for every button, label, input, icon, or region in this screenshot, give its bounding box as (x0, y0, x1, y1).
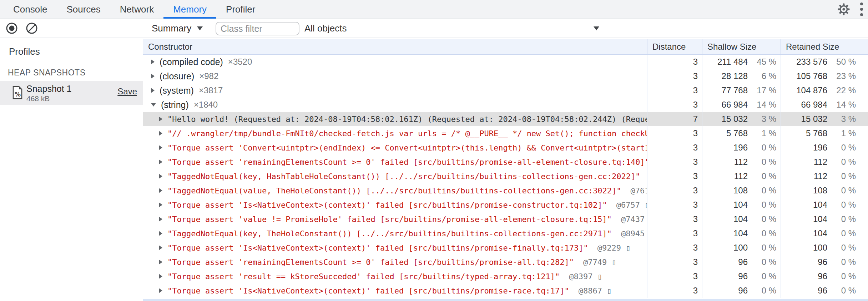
svg-text:%: % (15, 91, 21, 98)
object-id: @9229 ▯ (597, 243, 631, 252)
shallow-size-cell: 960 % (702, 269, 781, 283)
retained-size-cell: 960 % (781, 283, 868, 298)
expand-arrow-icon[interactable] (159, 231, 162, 236)
constructor-label: "TaggedNotEqual(value, TheHoleConstant()… (167, 186, 621, 195)
expand-arrow-icon[interactable] (159, 245, 162, 250)
tab-sources[interactable]: Sources (57, 0, 110, 19)
distance-cell: 3 (647, 212, 702, 226)
constructor-label: "Torque assert 'remainingElementsCount >… (167, 158, 647, 167)
constructor-cell: "Torque assert 'Is<NativeContext>(contex… (143, 198, 647, 212)
expand-arrow-icon[interactable] (159, 174, 162, 179)
table-row[interactable]: "Torque assert 'result == kStoreSucceded… (143, 269, 868, 283)
object-id: @8867 ▯ (579, 286, 612, 295)
column-header-shallow-size[interactable]: Shallow Size (702, 39, 781, 54)
shallow-size-percent: 0 % (748, 257, 776, 267)
shallow-size-value: 108 (702, 186, 748, 196)
tab-console[interactable]: Console (4, 0, 57, 19)
retained-size-value: 233 576 (781, 57, 827, 67)
tab-network[interactable]: Network (110, 0, 163, 19)
table-row[interactable]: (closure)×982328 1286 %105 76823 % (143, 69, 868, 83)
collapse-arrow-icon[interactable] (151, 103, 156, 107)
retained-size-cell: 1120 % (781, 155, 868, 169)
shallow-size-cell: 77 76817 % (702, 83, 781, 98)
table-row[interactable]: (system)×3817377 76817 %104 87622 % (143, 83, 868, 98)
constructor-cell: "Torque assert 'remainingElementsCount >… (143, 155, 647, 169)
retained-size-value: 96 (781, 257, 827, 267)
column-header-distance[interactable]: Distance (647, 39, 702, 54)
expand-arrow-icon[interactable] (159, 260, 162, 265)
distance-cell: 3 (647, 69, 702, 83)
expand-arrow-icon[interactable] (159, 131, 162, 136)
constructor-label: (system) (160, 85, 194, 96)
retained-size-value: 100 (781, 243, 827, 253)
retained-size-percent: 0 % (827, 171, 856, 181)
shallow-size-cell: 1120 % (702, 155, 781, 169)
table-row[interactable]: "TaggedNotEqual(key, TheHoleConstant()) … (143, 226, 868, 241)
table-row[interactable]: (compiled code)×35203211 48445 %233 5765… (143, 55, 868, 69)
expand-arrow-icon[interactable] (151, 88, 155, 93)
table-row[interactable]: "Hello world! (Requested at: 2024-08-19T… (143, 112, 868, 126)
distance-cell: 3 (647, 269, 702, 283)
distance-cell: 3 (647, 226, 702, 241)
column-header-retained-size[interactable]: Retained Size (781, 39, 868, 54)
shallow-size-percent: 0 % (748, 186, 776, 196)
shallow-size-percent: 1 % (748, 128, 776, 138)
expand-arrow-icon[interactable] (159, 274, 162, 279)
shallow-size-cell: 1040 % (702, 212, 781, 226)
constructor-cell: "TaggedNotEqual(value, TheHoleConstant()… (143, 183, 647, 198)
expand-arrow-icon[interactable] (159, 202, 162, 207)
expand-arrow-icon[interactable] (151, 59, 155, 64)
grid-header: Constructor Distance Shallow Size Retain… (143, 39, 868, 55)
base-select[interactable]: All objects (304, 19, 604, 38)
constructor-label: "Torque assert 'value != PromiseHole' fa… (167, 215, 612, 224)
retained-size-value: 112 (781, 171, 827, 181)
retained-size-cell: 1040 % (781, 226, 868, 241)
tab-profiler[interactable]: Profiler (216, 0, 265, 19)
heap-snapshots-section-title: HEAP SNAPSHOTS (8, 68, 85, 78)
table-row[interactable]: "Torque assert 'remainingElementsCount >… (143, 155, 868, 169)
toolbar-divider (827, 4, 827, 15)
expand-arrow-icon[interactable] (159, 288, 162, 293)
clear-icon[interactable] (26, 22, 38, 34)
shallow-size-percent: 45 % (748, 57, 776, 67)
table-row[interactable]: (string)×1840366 98414 %66 98414 % (143, 98, 868, 112)
gear-icon[interactable] (837, 3, 850, 16)
record-icon[interactable] (6, 22, 18, 34)
expand-arrow-icon[interactable] (159, 145, 162, 150)
shallow-size-percent: 0 % (748, 171, 776, 181)
expand-arrow-icon[interactable] (151, 74, 155, 79)
shallow-size-value: 28 128 (702, 71, 748, 81)
constructor-cell: (string)×1840 (143, 98, 647, 112)
retained-size-cell: 66 98414 % (781, 98, 868, 112)
expand-arrow-icon[interactable] (159, 217, 162, 222)
perspective-select[interactable]: Summary (152, 19, 203, 38)
constructor-cell: "Torque assert 'Is<NativeContext>(contex… (143, 283, 647, 298)
constructor-cell: "// .wrangler/tmp/bundle-FmNIt0/checked-… (143, 126, 647, 140)
shallow-size-cell: 1960 % (702, 140, 781, 155)
column-header-constructor[interactable]: Constructor (143, 39, 647, 54)
profiles-toolbar (0, 19, 143, 38)
expand-arrow-icon[interactable] (159, 159, 162, 164)
tab-memory[interactable]: Memory (163, 0, 216, 19)
table-row[interactable]: "Torque assert 'Is<NativeContext>(contex… (143, 241, 868, 255)
shallow-size-percent: 0 % (748, 271, 776, 281)
retained-size-percent: 0 % (827, 186, 856, 196)
distance-cell: 3 (647, 140, 702, 155)
shallow-size-cell: 211 48445 % (702, 55, 781, 69)
retained-size-percent: 0 % (827, 228, 856, 238)
expand-arrow-icon[interactable] (159, 188, 162, 193)
class-filter-input[interactable] (216, 22, 299, 35)
save-snapshot-link[interactable]: Save (117, 87, 137, 97)
expand-arrow-icon[interactable] (159, 117, 162, 122)
table-row[interactable]: "TaggedNotEqual(value, TheHoleConstant()… (143, 183, 868, 198)
table-row[interactable]: "Torque assert 'value != PromiseHole' fa… (143, 212, 868, 226)
table-row[interactable]: "Torque assert 'remainingElementsCount >… (143, 255, 868, 269)
table-row[interactable]: "TaggedNotEqual(key, HashTableHoleConsta… (143, 169, 868, 183)
kebab-menu-icon[interactable] (860, 3, 863, 16)
table-row[interactable]: "Torque assert 'Convert<uintptr>(endInde… (143, 140, 868, 155)
table-row[interactable]: "// .wrangler/tmp/bundle-FmNIt0/checked-… (143, 126, 868, 140)
sidebar-item-snapshot-1[interactable]: % Snapshot 1 468 kB Save (0, 81, 143, 105)
table-row[interactable]: "Torque assert 'Is<NativeContext>(contex… (143, 198, 868, 212)
table-row[interactable]: "Torque assert 'Is<NativeContext>(contex… (143, 283, 868, 298)
shallow-size-value: 96 (702, 286, 748, 296)
